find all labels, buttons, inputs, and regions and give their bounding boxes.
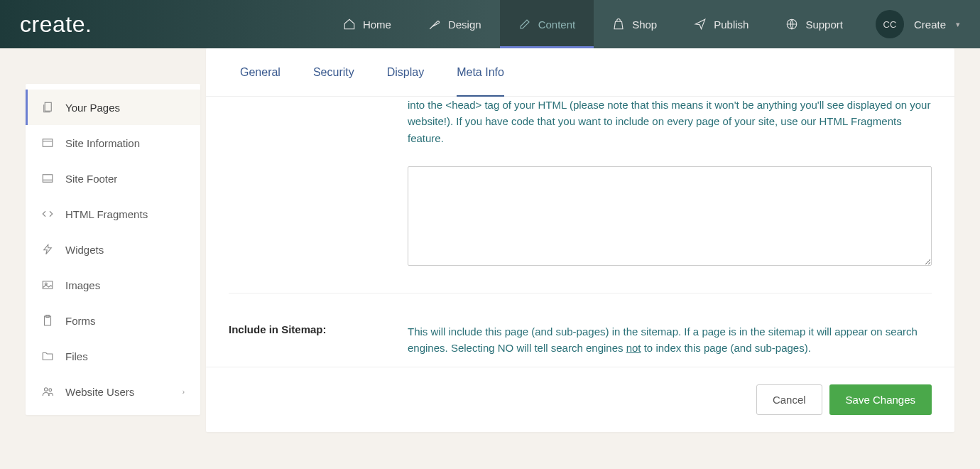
nav-home[interactable]: Home xyxy=(325,0,410,48)
sidebar-item-files[interactable]: Files xyxy=(26,338,200,374)
nav-design[interactable]: Design xyxy=(410,0,500,48)
pages-icon xyxy=(41,101,54,114)
nav-label: Design xyxy=(448,18,481,31)
bolt-icon xyxy=(41,243,54,256)
sidebar-item-images[interactable]: Images xyxy=(26,267,200,303)
tab-display[interactable]: Display xyxy=(387,48,424,96)
save-button[interactable]: Save Changes xyxy=(829,384,932,415)
sidebar-item-forms[interactable]: Forms xyxy=(26,303,200,338)
edit-icon xyxy=(518,18,531,31)
plane-icon xyxy=(694,18,707,31)
footer-icon xyxy=(41,172,54,185)
user-label: Create xyxy=(914,18,946,31)
nav-label: Content xyxy=(538,18,576,31)
globe-icon xyxy=(785,18,798,31)
image-icon xyxy=(41,279,54,291)
app-header: create. Home Design Content Shop Publish… xyxy=(0,0,980,48)
nav-publish[interactable]: Publish xyxy=(675,0,767,48)
users-icon xyxy=(41,385,54,398)
sidebar-item-label: Widgets xyxy=(65,244,104,256)
nav-shop[interactable]: Shop xyxy=(594,0,675,48)
sidebar-item-label: Site Footer xyxy=(65,173,117,185)
nav-content[interactable]: Content xyxy=(500,0,594,48)
sidebar-item-website-users[interactable]: Website Users › xyxy=(26,374,200,409)
folder-icon xyxy=(41,350,54,362)
sidebar-item-your-pages[interactable]: Your Pages xyxy=(26,90,200,125)
sidebar-item-label: Website Users xyxy=(65,386,134,398)
divider xyxy=(229,293,932,293)
sidebar-item-widgets[interactable]: Widgets xyxy=(26,232,200,267)
svg-point-8 xyxy=(45,388,48,392)
code-icon xyxy=(41,207,54,220)
main-nav: Home Design Content Shop Publish Support xyxy=(325,0,861,48)
nav-support[interactable]: Support xyxy=(767,0,861,48)
bag-icon xyxy=(612,18,625,31)
sidebar-item-label: Images xyxy=(65,279,100,291)
home-icon xyxy=(343,18,356,31)
svg-rect-4 xyxy=(43,281,53,289)
sidebar-item-site-information[interactable]: Site Information xyxy=(26,125,200,161)
nav-label: Home xyxy=(363,18,391,31)
nav-label: Publish xyxy=(714,18,748,31)
nav-label: Support xyxy=(805,18,843,31)
sidebar-item-label: Your Pages xyxy=(65,102,120,114)
content-panel: General Security Display Meta Info into … xyxy=(206,48,954,432)
user-menu[interactable]: CC Create ▾ xyxy=(876,10,960,38)
sidebar-item-html-fragments[interactable]: HTML Fragments xyxy=(26,196,200,232)
tab-meta-info[interactable]: Meta Info xyxy=(457,48,504,96)
head-fragment-textarea[interactable] xyxy=(408,166,932,266)
tabs: General Security Display Meta Info xyxy=(206,48,954,97)
sitemap-label: Include in Sitemap: xyxy=(229,323,408,367)
brush-icon xyxy=(428,18,441,31)
sidebar-item-site-footer[interactable]: Site Footer xyxy=(26,161,200,196)
nav-label: Shop xyxy=(632,18,657,31)
sidebar-item-label: Files xyxy=(65,350,88,362)
tab-security[interactable]: Security xyxy=(313,48,354,96)
info-icon xyxy=(41,136,54,149)
avatar: CC xyxy=(876,10,904,38)
sitemap-description: This will include this page (and sub-pag… xyxy=(408,323,932,357)
sidebar-item-label: Forms xyxy=(65,315,96,327)
chevron-down-icon: ▾ xyxy=(956,20,960,29)
sitemap-field: Include in Sitemap: This will include th… xyxy=(229,323,932,367)
clipboard-icon xyxy=(41,314,54,327)
logo: create. xyxy=(20,11,92,38)
head-fragment-description: into the <head> tag of your HTML (please… xyxy=(408,97,932,146)
form-actions: Cancel Save Changes xyxy=(206,367,954,432)
chevron-right-icon: › xyxy=(183,388,185,396)
tab-panel: into the <head> tag of your HTML (please… xyxy=(206,97,954,367)
sidebar-item-label: HTML Fragments xyxy=(65,208,148,220)
sidebar-item-label: Site Information xyxy=(65,137,140,149)
tab-general[interactable]: General xyxy=(240,48,281,96)
svg-rect-2 xyxy=(43,139,53,147)
sidebar: Your Pages Site Information Site Footer … xyxy=(26,84,200,415)
svg-rect-1 xyxy=(45,102,51,111)
svg-point-9 xyxy=(49,389,52,392)
cancel-button[interactable]: Cancel xyxy=(756,384,822,415)
svg-rect-3 xyxy=(43,175,53,183)
